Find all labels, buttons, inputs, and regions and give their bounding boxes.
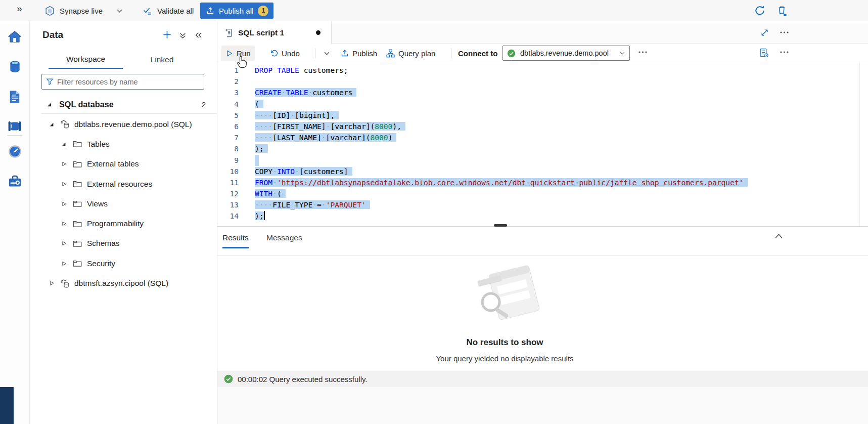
collapsed-caret-icon[interactable] (48, 280, 55, 287)
text-caret (264, 211, 265, 220)
code-line-4[interactable]: 4( (217, 99, 868, 110)
empty-results-title: No results to show (217, 337, 792, 348)
success-check-icon (224, 374, 233, 384)
code-line-1[interactable]: 1DROP TABLE customers; (217, 65, 868, 76)
nav-develop-icon[interactable] (0, 83, 29, 110)
code-line-11[interactable]: 11FROM·'https://dbtlabsynapsedatalake.bl… (217, 177, 868, 188)
collapsed-caret-icon[interactable] (60, 260, 67, 267)
environment-picker[interactable]: Synapse live (44, 0, 123, 21)
validate-check-icon (142, 6, 153, 16)
collapse-menu-icon[interactable]: » (17, 3, 22, 14)
rail-divider (7, 135, 22, 136)
undo-icon (270, 49, 278, 57)
pool-icon (60, 279, 70, 288)
collapsed-caret-icon[interactable] (60, 181, 67, 188)
code-line-10[interactable]: 10COPY·INTO·[customers] (217, 166, 868, 177)
collapse-panel-icon[interactable] (195, 31, 202, 39)
code-line-5[interactable]: 5····[ID]·[bigint], (217, 110, 868, 121)
code-line-14[interactable]: 14); (217, 210, 868, 222)
toolbar-divider (315, 48, 315, 58)
tree-item-tables[interactable]: Tables (30, 134, 217, 154)
code-line-3[interactable]: 3CREATE·TABLE·customers (217, 87, 868, 98)
folder-icon (72, 160, 82, 168)
tab-more-icon[interactable] (780, 31, 789, 34)
collapse-results-icon[interactable] (774, 233, 783, 239)
line-number: 2 (217, 76, 239, 87)
pool-icon (60, 119, 70, 129)
tree-item-external-tables[interactable]: External tables (30, 154, 217, 174)
tab-workspace[interactable]: Workspace (49, 51, 123, 69)
tab-messages[interactable]: Messages (266, 233, 302, 247)
line-number: 10 (217, 166, 239, 177)
refresh-icon[interactable] (754, 5, 766, 17)
unsaved-changes-dot (316, 30, 321, 35)
add-resource-icon[interactable] (162, 30, 172, 39)
publish-button[interactable]: Publish (337, 46, 381, 61)
editor-toolbar: Run Undo Publish Query plan Connect to (217, 44, 868, 62)
filter-resources-input[interactable] (57, 78, 200, 86)
query-status-bar: 00:00:02 Query executed successfully. (217, 371, 868, 387)
properties-icon[interactable] (759, 48, 769, 58)
tree-item-security[interactable]: Security (30, 253, 217, 273)
expanded-caret-icon[interactable] (45, 101, 53, 108)
tree-item-external-resources[interactable]: External resources (30, 174, 217, 194)
nav-manage-icon[interactable] (0, 168, 29, 194)
collapsed-caret-icon[interactable] (60, 220, 67, 227)
code-line-2[interactable]: 2 (217, 76, 868, 87)
tab-results[interactable]: Results (222, 233, 249, 248)
expand-all-icon[interactable] (179, 32, 187, 39)
toolbar-divider (451, 48, 451, 58)
validate-all-button[interactable]: Validate all (142, 0, 194, 21)
toolbar-more-icon[interactable] (638, 51, 648, 54)
query-plan-button[interactable]: Query plan (382, 46, 439, 61)
tree-item-dbtlabs-revenue-demo-pool-sql[interactable]: dbtlabs.revenue.demo.pool (SQL) (30, 114, 217, 134)
code-line-6[interactable]: 6····[FIRST_NAME]·[varchar](8000), (217, 121, 868, 132)
code-line-12[interactable]: 12WITH·( (217, 188, 868, 199)
nav-home-icon[interactable] (0, 24, 29, 50)
code-line-9[interactable]: 9 (217, 155, 868, 166)
results-splitter[interactable] (217, 226, 868, 227)
panel-title: Data (42, 29, 63, 40)
tab-linked[interactable]: Linked (138, 51, 186, 69)
tree-item-dbtmsft-azsyn-cipool-sql[interactable]: dbtmsft.azsyn.cipool (SQL) (30, 273, 217, 293)
chevron-down-icon (116, 8, 123, 14)
collapsed-caret-icon[interactable] (60, 200, 67, 207)
toolbar-more-right-icon[interactable] (780, 51, 789, 54)
top-command-bar: » Synapse live Validate all Publish all … (0, 0, 868, 21)
tree-root-sql-database[interactable]: SQL database 2 (30, 96, 217, 113)
validate-all-label: Validate all (157, 7, 194, 15)
code-line-8[interactable]: 8); (217, 143, 868, 154)
folder-icon (72, 239, 82, 248)
publish-all-button[interactable]: Publish all 1 (200, 3, 273, 19)
folder-icon (72, 259, 82, 268)
tree-item-views[interactable]: Views (30, 194, 217, 214)
undo-label: Undo (282, 49, 300, 58)
run-button[interactable]: Run (221, 46, 255, 61)
sql-editor-pane: SQL script 1 Run Undo (217, 21, 868, 424)
collapsed-caret-icon[interactable] (60, 240, 67, 247)
tab-sql-script-1[interactable]: SQL script 1 (217, 21, 332, 44)
line-number: 4 (217, 99, 239, 110)
pool-select-dropdown[interactable]: dbtlabs.revenue.demo.pool (502, 46, 630, 61)
code-line-13[interactable]: 13····FILE_TYPE·=·'PARQUET' (217, 199, 868, 210)
code-line-7[interactable]: 7····[LAST_NAME]·[varchar](8000) (217, 132, 868, 143)
undo-redo-dropdown-icon[interactable] (319, 46, 334, 61)
chevron-down-icon (619, 50, 625, 56)
filter-funnel-icon (46, 78, 54, 86)
line-number: 13 (217, 199, 239, 210)
play-icon (225, 50, 233, 57)
splitter-drag-handle[interactable] (494, 224, 507, 227)
expanded-caret-icon[interactable] (48, 121, 55, 128)
tree-item-programmability[interactable]: Programmability (30, 214, 217, 233)
expanded-caret-icon[interactable] (60, 141, 67, 148)
undo-button[interactable]: Undo (266, 46, 304, 61)
tree-item-schemas[interactable]: Schemas (30, 234, 217, 253)
discard-changes-icon[interactable] (776, 5, 788, 17)
nav-monitor-icon[interactable] (0, 138, 29, 164)
environment-label: Synapse live (60, 7, 103, 15)
sql-code-editor[interactable]: 1DROP TABLE customers;23CREATE·TABLE·cus… (217, 62, 868, 226)
nav-data-icon[interactable] (0, 54, 29, 80)
expand-editor-icon[interactable] (760, 28, 769, 37)
tree-item-label: Views (87, 199, 108, 208)
collapsed-caret-icon[interactable] (60, 160, 67, 167)
